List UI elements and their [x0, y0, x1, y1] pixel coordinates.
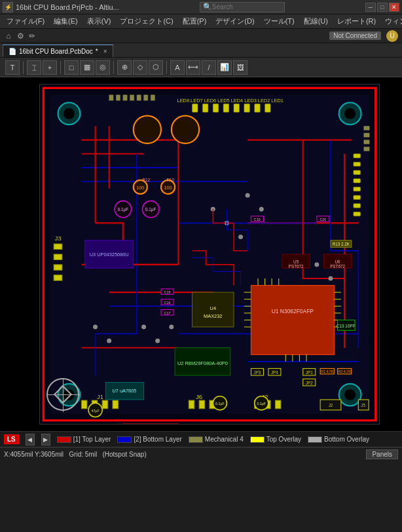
svg-rect-141	[144, 95, 148, 100]
legend-bottom-overlay[interactable]: Bottom Overlay	[308, 436, 369, 443]
bottom-layer-color	[117, 436, 132, 443]
svg-rect-33	[54, 265, 62, 270]
maximize-button[interactable]: □	[377, 3, 388, 12]
svg-text:U2 R8M29F080A-40P0: U2 R8M29F080A-40P0	[177, 360, 228, 366]
search-bar[interactable]: 🔍	[200, 2, 285, 12]
toolbar-string[interactable]: A	[170, 60, 185, 75]
legend-top-layer[interactable]: [1] Top Layer	[57, 436, 111, 443]
breadcrumb-bar: ⌂ ⚙ ✏ Not Connected U	[0, 29, 402, 43]
svg-rect-39	[113, 400, 118, 409]
crosshair	[46, 378, 79, 411]
top-overlay-label: Top Overlay	[266, 436, 301, 443]
menu-place[interactable]: 配置(P)	[179, 15, 211, 28]
svg-rect-104	[255, 104, 260, 113]
menu-view[interactable]: 表示(V)	[83, 15, 115, 28]
svg-point-10	[344, 389, 356, 400]
title-bar: ⚡ 16bit CPU Board.PrjPcb - Altiu... 🔍 ─ …	[0, 0, 402, 14]
toolbar-sep3	[113, 61, 114, 74]
toolbar-pad[interactable]: ◇	[133, 60, 147, 75]
svg-point-135	[107, 339, 111, 343]
main-toolbar: T ⌶ + □ ▦ ◎ ⊕ ◇ ⬡ A ⟷ / 📊 🖼	[0, 58, 402, 77]
svg-text:J3: J3	[54, 235, 61, 242]
crosshair-circle	[46, 378, 79, 411]
edit-icon[interactable]: ✏	[27, 31, 37, 41]
pcb-area[interactable]: J3 J1 J6 J2 U1 N3062F0AFP	[0, 77, 402, 431]
panels-button[interactable]: Panels	[366, 449, 398, 459]
toolbar-dimension[interactable]: ⟷	[186, 60, 200, 75]
search-input[interactable]	[212, 3, 278, 10]
toolbar-image[interactable]: 🖼	[233, 60, 247, 75]
legend-mechanical4[interactable]: Mechanical 4	[189, 436, 244, 443]
menu-window[interactable]: ウィンドウ(W)	[381, 15, 402, 28]
toolbar-polygon[interactable]: ⬡	[149, 60, 163, 75]
home-icon[interactable]: ⌂	[4, 31, 13, 41]
toolbar-select[interactable]: T	[5, 60, 20, 75]
svg-point-128	[156, 339, 160, 343]
toolbar-chart[interactable]: 📊	[217, 60, 232, 75]
toolbar-rect[interactable]: □	[64, 60, 79, 75]
svg-rect-31	[54, 244, 62, 249]
menu-report[interactable]: レポート(R)	[333, 15, 380, 28]
svg-text:C17: C17	[164, 311, 171, 315]
menu-file[interactable]: ファイル(F)	[3, 15, 48, 28]
toolbar-interactive-route[interactable]: ⌶	[27, 60, 41, 75]
menu-route[interactable]: 配線(U)	[300, 15, 332, 28]
svg-text:C15: C15	[164, 290, 171, 294]
svg-text:MAX232: MAX232	[204, 313, 222, 319]
svg-rect-146	[364, 147, 369, 151]
svg-text:PST672: PST672	[289, 264, 304, 269]
menu-tools[interactable]: ツール(T)	[260, 15, 299, 28]
svg-rect-108	[354, 162, 361, 166]
crosshair-diagonal	[54, 385, 72, 404]
svg-point-126	[238, 235, 242, 238]
tab-pcbdoc[interactable]: 📄 16bit CPU Board.PcbDoc * ×	[3, 45, 113, 57]
legend-top-overlay[interactable]: Top Overlay	[250, 436, 301, 443]
svg-text:U6: U6	[335, 259, 341, 264]
svg-rect-98	[192, 104, 198, 113]
svg-point-129	[170, 325, 174, 329]
avatar[interactable]: U	[386, 30, 398, 42]
app-icon: ⚡	[3, 2, 13, 12]
svg-rect-112	[354, 195, 361, 199]
status-info: X:4055mil Y:3605mil Grid: 5mil (Hotspot …	[4, 451, 147, 458]
svg-text:J2: J2	[329, 403, 333, 408]
menu-design[interactable]: デザイン(D)	[211, 15, 258, 28]
svg-text:U3 UP04325680U: U3 UP04325680U	[90, 252, 129, 257]
layer-prev-button[interactable]: ◀	[26, 434, 35, 446]
tab-close[interactable]: ×	[103, 48, 107, 55]
toolbar-circle[interactable]: ◎	[96, 60, 110, 75]
svg-text:0.1μF: 0.1μF	[257, 402, 266, 406]
svg-rect-105	[265, 104, 270, 113]
minimize-button[interactable]: ─	[365, 3, 376, 12]
layer-next-button[interactable]: ▶	[41, 434, 50, 446]
svg-text:R13 2.2K: R13 2.2K	[333, 242, 350, 246]
toolbar-line[interactable]: /	[202, 60, 216, 75]
svg-point-132	[246, 193, 249, 197]
toolbar-via[interactable]: ⊕	[117, 60, 132, 75]
close-button[interactable]: ✕	[389, 3, 399, 12]
not-connected-badge: Not Connected	[329, 31, 381, 40]
svg-text:C20: C20	[320, 218, 327, 221]
tab-icon: 📄	[9, 48, 16, 55]
svg-rect-42	[199, 400, 204, 409]
svg-text:LED8 LED7 LED6 LED5 LED4 LED3 : LED8 LED7 LED6 LED5 LED4 LED3 LED2 LED1	[177, 98, 283, 104]
mechanical4-color	[189, 436, 203, 443]
legend-bottom-layer[interactable]: [2] Bottom Layer	[117, 436, 181, 443]
toolbar-grid[interactable]: ▦	[80, 60, 94, 75]
search-icon: 🔍	[203, 3, 212, 11]
svg-rect-110	[354, 179, 361, 183]
top-layer-label: [1] Top Layer	[73, 436, 111, 443]
menu-edit[interactable]: 編集(E)	[50, 15, 82, 28]
mechanical4-label: Mechanical 4	[205, 436, 244, 443]
pcb-canvas[interactable]: J3 J1 J6 J2 U1 N3062F0AFP	[39, 84, 380, 425]
svg-point-130	[315, 263, 319, 267]
svg-point-119	[134, 116, 161, 143]
svg-rect-38	[102, 400, 107, 409]
svg-rect-140	[137, 95, 141, 100]
toolbar-add[interactable]: +	[43, 60, 57, 75]
menu-project[interactable]: プロジェクト(C)	[116, 15, 177, 28]
gear-icon[interactable]: ⚙	[16, 31, 25, 41]
svg-text:JP1: JP1	[306, 370, 313, 375]
toolbar-sep1	[23, 61, 24, 74]
menu-bar: ファイル(F) 編集(E) 表示(V) プロジェクト(C) 配置(P) デザイン…	[0, 14, 402, 29]
